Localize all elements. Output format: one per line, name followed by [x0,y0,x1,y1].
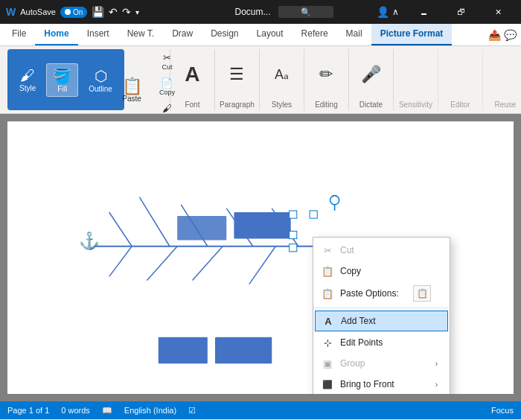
handle-ml [290,231,297,238]
context-menu-copy[interactable]: 📋 Copy [313,261,450,281]
rect-bottom-right [215,337,272,364]
rect-bottom-left [159,337,208,364]
font-label: Font [185,101,199,110]
paste-option-box[interactable]: 📋 [413,285,431,302]
title-bar: W AutoSave On 💾 ↶ ↷ ▾ Docum... 🔍 👤 ∧ 🗕 🗗… [0,0,521,24]
group-arrow: › [435,360,438,368]
bring-to-front-label: Bring to Front [340,379,394,389]
fill-label: Fill [57,85,67,93]
context-menu-bring-to-front[interactable]: ⬛ Bring to Front › [313,374,450,394]
quick-access-more[interactable]: ▾ [135,8,139,16]
editor-group: Editor [438,49,483,110]
sensitivity-label: Sensitivity [399,101,432,110]
copy-cm-label: Copy [340,266,361,276]
undo-icon[interactable]: ↶ [109,6,118,18]
canvas-area: ⚓ [0,114,521,401]
diag-down-4 [249,246,276,284]
app-logo: W [6,6,16,18]
reuse-group: Reuse [483,49,521,110]
close-button[interactable]: ✕ [481,0,515,24]
context-menu-group[interactable]: ▣ Group › [313,353,450,374]
autosave-dot [65,9,71,15]
handle-tl [290,211,297,218]
style-button[interactable]: 🖌 Style [13,64,42,95]
rect-top-left [177,216,226,241]
tab-draw[interactable]: Draw [163,24,202,45]
rotation-handle [330,196,339,205]
restore-button[interactable]: 🗗 [444,0,478,24]
paste-button[interactable]: 📋 Paste [113,75,150,106]
dictate-icon: 🎤 [361,65,381,84]
context-menu-add-text[interactable]: A Add Text [315,311,448,331]
copy-cm-icon: 📋 [321,264,334,278]
paragraph-icon: ☰ [229,65,244,84]
clipboard-group: 📋 Paste ✂ Cut 📄 Copy 🖌 Format Painter [126,49,170,110]
edit-points-label: Edit Points [340,337,383,348]
outline-icon: ⬡ [95,67,107,85]
dictate-group: 🎤 Dictate [349,49,394,110]
main-content: ⚓ [0,114,521,401]
context-menu-edit-points[interactable]: ⊹ Edit Points [313,332,450,353]
font-button[interactable]: A [173,60,211,89]
rect-top-right [234,212,290,239]
editing-icon: ✏ [319,65,333,84]
autosave-state: On [73,8,83,16]
status-bar: Page 1 of 1 0 words 📖 English (India) ☑ … [0,401,521,419]
styles-button[interactable]: Aₐ [263,63,300,86]
page-info: Page 1 of 1 [7,406,49,415]
handle-bl [290,244,297,252]
account-icon[interactable]: 👤 [377,6,389,18]
save-icon[interactable]: 💾 [92,6,104,18]
font-group: A Font [170,49,215,110]
tab-home[interactable]: Home [35,24,77,45]
paragraph-button[interactable]: ☰ [218,62,255,87]
separator-1 [313,308,450,308]
ribbon-body: 🖌 Style 🪣 Fill ⬡ Outline 📋 Paste [0,46,521,113]
book-icon: 📖 [102,406,112,416]
style-label: Style [19,84,36,92]
cut-cm-icon: ✂ [321,244,334,257]
add-text-label: Add Text [341,316,375,326]
tab-picture-format[interactable]: Picture Format [371,24,453,45]
autosave-toggle[interactable]: On [60,7,87,18]
document-page: ⚓ [7,121,514,394]
comments-icon[interactable]: 💬 [504,29,517,41]
paste-icon: 📋 [122,78,142,95]
picture-format-section: 🖌 Style 🪣 Fill ⬡ Outline [7,49,124,110]
outline-label: Outline [89,85,112,93]
tab-layout[interactable]: Layout [248,24,293,45]
fill-button[interactable]: 🪣 Fill [46,63,78,97]
diag-down-3 [193,246,223,281]
tab-insert[interactable]: Insert [78,24,118,45]
minimize-button[interactable]: 🗕 [406,0,441,24]
sensitivity-group: Sensitivity [394,49,438,110]
focus-mode[interactable]: Focus [491,406,514,415]
redo-icon[interactable]: ↷ [122,6,131,18]
editing-label: Editing [315,101,338,110]
context-menu-cut[interactable]: ✂ Cut [313,240,450,261]
cut-cm-label: Cut [340,245,354,255]
tab-design[interactable]: Design [202,24,247,45]
tab-mailings[interactable]: Mail [337,24,371,45]
diag-1 [109,212,132,246]
word-count: 0 words [61,406,90,415]
font-icon: A [185,63,199,86]
bring-to-front-arrow: › [435,381,438,389]
tab-file[interactable]: File [3,24,35,45]
ribbon-display-icon[interactable]: ∧ [392,7,399,17]
tab-new-t[interactable]: New T. [118,24,163,45]
autosave-label: AutoSave [20,7,56,16]
group-icon: ▣ [321,357,334,370]
tab-references[interactable]: Refere [293,24,337,45]
search-box[interactable]: 🔍 [278,6,333,18]
styles-icon: Aₐ [275,66,289,83]
dictate-button[interactable]: 🎤 [352,62,389,87]
share-icon[interactable]: 📤 [488,29,501,41]
style-icon: 🖌 [20,67,35,84]
edit-points-icon: ⊹ [321,336,334,349]
styles-group: Aₐ Styles [260,49,304,110]
editing-button[interactable]: ✏ [307,62,345,87]
accessibility-icon: ☑ [188,406,196,416]
dictate-label: Dictate [359,101,383,110]
context-menu-paste-options[interactable]: 📋 Paste Options: 📋 [313,281,450,305]
